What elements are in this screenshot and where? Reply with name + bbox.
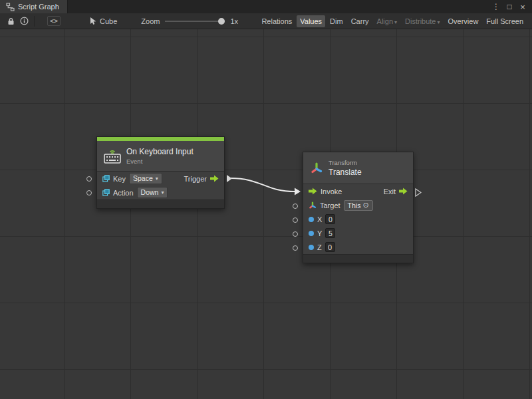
- z-value-field[interactable]: 0: [325, 242, 335, 252]
- target-value-chip[interactable]: This ⊙: [344, 200, 373, 211]
- trigger-flow-arrow-icon: [210, 175, 219, 182]
- z-label: Z: [317, 243, 322, 251]
- values-button[interactable]: Values: [297, 15, 325, 27]
- tab-script-graph[interactable]: Script Graph: [0, 0, 68, 13]
- y-input-port[interactable]: [293, 231, 298, 237]
- zoom-value: 1x: [230, 17, 238, 25]
- y-label: Y: [317, 229, 322, 237]
- zoom-slider[interactable]: [165, 17, 225, 25]
- titlebar: Script Graph ⋮ □ ×: [0, 0, 532, 13]
- x-value-field[interactable]: 0: [325, 214, 335, 224]
- dim-button[interactable]: Dim: [327, 15, 346, 27]
- chevron-down-icon: ▾: [156, 174, 158, 183]
- graph-toolbar: <> Cube Zoom 1x Relations Values Dim Car…: [0, 13, 532, 29]
- trigger-output-port[interactable]: [226, 174, 233, 183]
- transform-type-icon: [309, 201, 317, 209]
- align-dropdown-button[interactable]: Align▾: [374, 15, 400, 27]
- graph-owner-label: Cube: [100, 17, 117, 25]
- node-title: Translate: [329, 168, 362, 177]
- lock-icon[interactable]: [4, 15, 17, 27]
- node-title: On Keyboard Input: [126, 147, 194, 156]
- wire-arrowhead-icon: [295, 188, 301, 196]
- zoom-slider-track[interactable]: [165, 21, 225, 22]
- info-icon[interactable]: [17, 15, 31, 27]
- distribute-dropdown-button[interactable]: Distribute▾: [402, 15, 443, 27]
- chevron-down-icon: ▾: [438, 19, 440, 25]
- chevron-down-icon: ▾: [161, 188, 164, 197]
- window-menu-icon[interactable]: ⋮: [491, 2, 501, 11]
- graph-owner: Cube: [88, 15, 117, 27]
- node-header[interactable]: On Keyboard Input Event: [97, 141, 224, 172]
- zoom-slider-knob[interactable]: [218, 18, 225, 25]
- node-on-keyboard-input[interactable]: On Keyboard Input Event Key Space ▾ Tr: [96, 136, 225, 209]
- toolbar-separator: [34, 16, 35, 27]
- maximize-icon[interactable]: □: [504, 2, 515, 11]
- keycode-type-icon: [102, 175, 110, 182]
- fullscreen-button[interactable]: Full Screen: [483, 15, 527, 27]
- node-header[interactable]: Transform Translate: [303, 152, 413, 184]
- pointer-icon: [88, 15, 97, 27]
- target-port-row: Target This ⊙: [303, 198, 413, 212]
- node-footer: [97, 200, 224, 208]
- value-port-dot-icon: [309, 217, 314, 222]
- graph-tab-icon: [5, 2, 15, 11]
- zoom-label: Zoom: [141, 17, 160, 25]
- value-port-dot-icon: [309, 245, 314, 250]
- node-transform-translate[interactable]: Transform Translate Invoke Exit: [303, 152, 414, 263]
- keycode-type-icon: [102, 189, 110, 196]
- action-dropdown[interactable]: Down ▾: [137, 187, 168, 198]
- node-footer: [303, 254, 413, 263]
- zoom-control: Zoom 1x: [141, 17, 238, 25]
- x-label: X: [317, 215, 322, 223]
- x-port-row: X 0: [303, 212, 413, 226]
- tab-title: Script Graph: [18, 3, 59, 11]
- window-controls: ⋮ □ ×: [491, 0, 532, 13]
- action-port-row: Action Down ▾: [97, 186, 224, 200]
- key-input-port[interactable]: [86, 176, 92, 182]
- exit-output-port[interactable]: [415, 188, 422, 197]
- wire-layer: [0, 29, 532, 399]
- toolbar-buttons: Relations Values Dim Carry Align▾ Distri…: [258, 15, 528, 27]
- z-port-row: Z 0: [303, 240, 413, 254]
- chevron-down-icon: ▾: [394, 19, 397, 25]
- z-input-port[interactable]: [293, 245, 298, 251]
- target-input-port[interactable]: [293, 203, 298, 209]
- carry-button[interactable]: Carry: [348, 15, 372, 27]
- x-input-port[interactable]: [293, 217, 298, 223]
- exit-label: Exit: [384, 188, 396, 196]
- self-target-icon: ⊙: [362, 201, 368, 209]
- y-value-field[interactable]: 5: [325, 228, 335, 238]
- action-label: Action: [113, 189, 134, 197]
- invoke-flow-arrow-icon: [309, 188, 317, 195]
- key-label: Key: [113, 175, 126, 183]
- invoke-port-row: Invoke Exit: [303, 184, 413, 198]
- trigger-label: Trigger: [184, 175, 207, 183]
- node-subtitle: Event: [126, 158, 194, 165]
- value-port-dot-icon: [309, 231, 314, 236]
- invoke-label: Invoke: [321, 188, 342, 196]
- script-graph-window: Script Graph ⋮ □ × <>: [0, 0, 532, 399]
- connection-wire-trigger-to-invoke[interactable]: [231, 178, 295, 192]
- node-category: Transform: [329, 159, 362, 166]
- transform-icon: [310, 162, 323, 175]
- y-port-row: Y 5: [303, 226, 413, 240]
- key-dropdown[interactable]: Space ▾: [129, 173, 162, 184]
- overview-button[interactable]: Overview: [445, 15, 482, 27]
- relations-button[interactable]: Relations: [258, 15, 295, 27]
- target-label: Target: [320, 201, 340, 209]
- code-preview-icon[interactable]: <>: [47, 16, 61, 26]
- graph-canvas[interactable]: On Keyboard Input Event Key Space ▾ Tr: [0, 29, 532, 399]
- close-icon[interactable]: ×: [517, 2, 528, 12]
- keyboard-icon: [104, 148, 121, 164]
- exit-flow-arrow-icon: [399, 188, 408, 195]
- action-input-port[interactable]: [86, 190, 92, 196]
- key-port-row: Key Space ▾ Trigger: [97, 172, 224, 186]
